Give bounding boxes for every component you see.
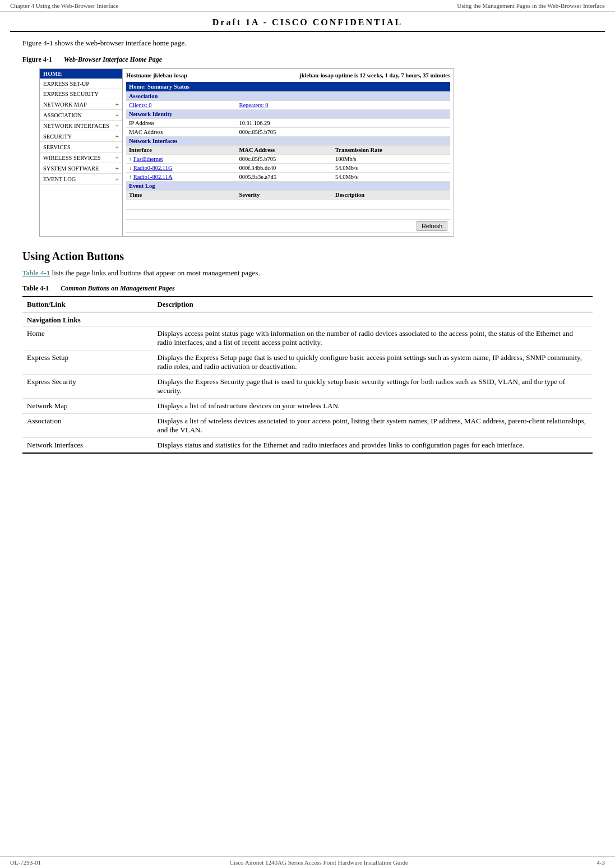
- table-label: Table 4-1 Common Buttons on Management P…: [22, 284, 593, 293]
- table-row: Navigation Links: [22, 312, 593, 326]
- table-row: [126, 210, 450, 220]
- hostname-label: Hostname jklebau-iosap: [126, 72, 187, 79]
- plus-icon: +: [115, 122, 119, 129]
- table-row: Express Security Displays the Express Se…: [22, 375, 593, 399]
- row-label-express-security: Express Security: [22, 375, 152, 399]
- header-left: Chapter 4 Using the Web-Browser Interfac…: [10, 2, 118, 9]
- sidebar-item-home[interactable]: HOME: [40, 69, 122, 79]
- table-row: ↑ FastEthernet 000c.85f5.b705 100Mb/s: [126, 155, 450, 164]
- down-arrow-icon: ↓: [129, 165, 132, 171]
- interface-mac-0: 000c.85f5.b705: [236, 155, 332, 164]
- row-label-network-map: Network Map: [22, 399, 152, 414]
- sidebar-item-system-software[interactable]: SYSTEM SOFTWARE +: [40, 163, 122, 174]
- table-row: Home Displays access point status page w…: [22, 326, 593, 350]
- row-label-network-interfaces: Network Interfaces: [22, 438, 152, 454]
- table-row: Network Interfaces Displays status and s…: [22, 438, 593, 454]
- row-desc-network-interfaces: Displays status and statistics for the E…: [152, 438, 593, 454]
- sidebar-item-network-map[interactable]: NETWORK MAP +: [40, 99, 122, 110]
- browser-mockup: HOME EXPRESS SET-UP EXPRESS SECURITY NET…: [39, 68, 454, 237]
- table-row: Express Setup Displays the Express Setup…: [22, 350, 593, 375]
- plus-icon: +: [115, 176, 119, 182]
- browser-sidebar: HOME EXPRESS SET-UP EXPRESS SECURITY NET…: [40, 69, 123, 236]
- mac-address-label: MAC Address: [126, 128, 236, 137]
- interface-link-1[interactable]: Radio0-802.11G: [133, 165, 173, 171]
- col-interface: Interface: [126, 146, 236, 155]
- main-content: Figure 4-1 shows the web-browser interfa…: [0, 32, 615, 465]
- plus-icon: +: [115, 101, 119, 108]
- header-right: Using the Management Pages in the Web-Br…: [457, 2, 605, 9]
- col-description: Description: [332, 191, 450, 200]
- col-tx: Transmission Rate: [332, 146, 450, 155]
- up-arrow-icon: ↑: [129, 174, 132, 180]
- repeaters-link[interactable]: Repeaters: 0: [239, 102, 268, 108]
- page-footer: OL-7293-01 Cisco Aironet 1240AG Series A…: [0, 856, 615, 868]
- plus-icon: +: [115, 165, 119, 172]
- section-description: [152, 312, 593, 326]
- sidebar-item-association[interactable]: ASSOCIATION +: [40, 110, 122, 121]
- interface-mac-1: 000f.34bb.dc40: [236, 164, 332, 173]
- plus-icon: +: [115, 133, 119, 140]
- mac-address-value: 000c.85f5.b705: [236, 128, 450, 137]
- table-reference-link[interactable]: Table 4-1: [22, 269, 50, 277]
- page-header: Chapter 4 Using the Web-Browser Interfac…: [0, 0, 615, 12]
- sidebar-item-security[interactable]: SECURITY +: [40, 131, 122, 142]
- row-desc-network-map: Displays a list of infrastructure device…: [152, 399, 593, 414]
- network-identity-header: Network Identity: [126, 110, 450, 119]
- table-row: ↑ Radio1-802.11A 0005.9a3e.a7d5 54.0Mb/s: [126, 173, 450, 182]
- interface-mac-2: 0005.9a3e.a7d5: [236, 173, 332, 182]
- ip-address-value: 10.91.106.29: [236, 119, 450, 128]
- sidebar-item-network-interfaces[interactable]: NETWORK INTERFACES +: [40, 121, 122, 131]
- interface-link-2[interactable]: Radio1-802.11A: [133, 174, 173, 180]
- refresh-button[interactable]: Refresh: [417, 221, 447, 231]
- row-label-express-setup: Express Setup: [22, 350, 152, 375]
- footer-center: Cisco Aironet 1240AG Series Access Point…: [229, 859, 408, 866]
- summary-table: Home: Summary Status Association Clients…: [126, 82, 450, 233]
- col-severity: Severity: [236, 191, 332, 200]
- uptime-label: jklebau-iosap uptime is 12 weeks, 1 day,…: [299, 72, 450, 79]
- plus-icon: +: [115, 154, 119, 161]
- footer-left: OL-7293-01: [10, 859, 41, 866]
- col-time: Time: [126, 191, 236, 200]
- table-row: ↓ Radio0-802.11G 000f.34bb.dc40 54.0Mb/s: [126, 164, 450, 173]
- section-heading: Using Action Buttons: [22, 250, 593, 263]
- network-interfaces-header: Network Interfaces: [126, 137, 450, 146]
- body-text: Table 4-1 lists the page links and butto…: [22, 269, 593, 278]
- interface-tx-2: 54.0Mb/s: [332, 173, 450, 182]
- row-desc-express-setup: Displays the Express Setup page that is …: [152, 350, 593, 375]
- hostname-bar: Hostname jklebau-iosap jklebau-iosap upt…: [126, 72, 450, 79]
- interface-tx-1: 54.0Mb/s: [332, 164, 450, 173]
- row-desc-express-security: Displays the Express Security page that …: [152, 375, 593, 399]
- row-label-association: Association: [22, 414, 152, 438]
- sidebar-item-services[interactable]: SERVICES +: [40, 142, 122, 153]
- table-row: Network Map Displays a list of infrastru…: [22, 399, 593, 414]
- row-desc-home: Displays access point status page with i…: [152, 326, 593, 350]
- intro-text: Figure 4-1 shows the web-browser interfa…: [22, 39, 593, 48]
- ip-address-label: IP Address: [126, 119, 236, 128]
- up-arrow-icon: ↑: [129, 156, 132, 162]
- sidebar-item-event-log[interactable]: EVENT LOG +: [40, 174, 122, 184]
- table-row: Association Displays a list of wireless …: [22, 414, 593, 438]
- association-header: Association: [126, 92, 450, 101]
- plus-icon: +: [115, 112, 119, 118]
- summary-title: Home: Summary Status: [126, 82, 450, 92]
- sidebar-item-wireless-services[interactable]: WIRELESS SERVICES +: [40, 153, 122, 163]
- section-label: Navigation Links: [22, 312, 152, 326]
- figure-label: Figure 4-1 Web-Browser Interface Home Pa…: [22, 56, 593, 64]
- title-banner: Draft 1A - CISCO CONFIDENTIAL: [10, 12, 605, 32]
- th-button-link: Button/Link: [22, 297, 152, 312]
- sidebar-item-express-setup[interactable]: EXPRESS SET-UP: [40, 79, 122, 89]
- th-description: Description: [152, 297, 593, 312]
- interface-link-0[interactable]: FastEthernet: [133, 156, 163, 162]
- desc-table: Button/Link Description Navigation Links…: [22, 296, 593, 454]
- event-log-header: Event Log: [126, 182, 450, 191]
- col-mac: MAC Address: [236, 146, 332, 155]
- sidebar-item-express-security[interactable]: EXPRESS SECURITY: [40, 89, 122, 99]
- footer-right: 4-3: [596, 859, 605, 866]
- content-panel: Hostname jklebau-iosap jklebau-iosap upt…: [123, 69, 454, 236]
- row-desc-association: Displays a list of wireless devices asso…: [152, 414, 593, 438]
- table-row: [126, 200, 450, 210]
- row-label-home: Home: [22, 326, 152, 350]
- interface-tx-0: 100Mb/s: [332, 155, 450, 164]
- plus-icon: +: [115, 144, 119, 150]
- clients-link[interactable]: Clients: 0: [129, 102, 152, 108]
